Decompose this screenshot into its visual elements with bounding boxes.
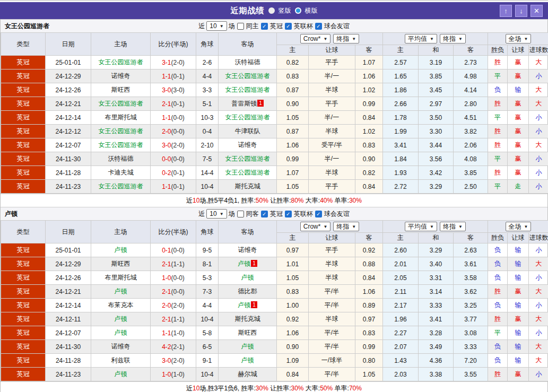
league-efl-cup-label: 英联杯 (294, 22, 313, 31)
score-cell: 0-0(0-0) (151, 152, 196, 166)
average-select[interactable]: 平均值▼ (405, 222, 437, 231)
match-row: 英冠24-12-12女王公园巡游者2-0(0-0)0-4牛津联队0.87半球1.… (1, 125, 548, 138)
avg-final-select[interactable]: 终指▼ (440, 222, 466, 231)
bookmaker-select[interactable]: Crow*▼ (300, 34, 331, 43)
team-label: 女王公园巡游者 (225, 169, 270, 176)
red-card-badge: 1 (251, 260, 257, 267)
team-label: 斯旺西 (238, 329, 257, 336)
date-cell: 24-12-29 (46, 257, 91, 271)
avg-final-select[interactable]: 终指▼ (440, 34, 466, 43)
close-button[interactable]: ✕ (530, 5, 543, 17)
result-outcome-cell: 平 (488, 111, 508, 125)
team-label: 斯托克城 (235, 182, 260, 190)
odds-home-cell: 0.84 (277, 368, 309, 381)
corner-cell: 10-4 (196, 180, 219, 194)
result-goals-cell: 小 (529, 243, 548, 257)
odds-away-cell: 0.83 (355, 138, 383, 152)
league-friendly-checkbox[interactable]: ✓ (315, 211, 322, 217)
recent-count-select[interactable]: 10▼ (206, 21, 227, 31)
league-championship-checkbox[interactable]: ✓ (261, 23, 268, 30)
odds-home-cell: 1.05 (277, 180, 309, 194)
result-outcome-cell: 平 (488, 180, 508, 194)
move-down-button[interactable]: ↓ (515, 5, 527, 17)
avg-away-cell: 7.20 (454, 354, 488, 368)
summary-segment: 大率: (304, 385, 320, 392)
avg-home-cell: 1.86 (383, 83, 419, 97)
team-label: 赫尔城 (238, 370, 257, 378)
odds-handicap-cell: 平/半 (309, 285, 355, 299)
date-cell: 24-11-30 (46, 152, 91, 166)
league-cell: 英冠 (1, 243, 46, 257)
section-control-row: 卢顿 近 10▼ 场 同客 ✓ 英冠 ✓ 英联杯 ✓ 球会友谊 (1, 207, 547, 220)
results-table: 类型 日期 主场 比分(半场) 角球 客场 Crow*▼ 终指▼ 平均值 (1, 32, 548, 194)
odds-away-cell: 0.84 (355, 111, 383, 125)
result-goals-cell: 小 (529, 180, 548, 194)
score-cell: 1-1(0-0) (151, 111, 196, 125)
red-card-badge: 1 (257, 100, 264, 107)
away-cell: 德比郡 (219, 285, 277, 299)
home-cell: 卢顿 (91, 312, 151, 326)
home-cell: 卢顿 (91, 368, 151, 381)
vertical-mode-radio[interactable] (268, 7, 275, 14)
average-select[interactable]: 平均值▼ (405, 34, 437, 43)
away-cell: 普雷斯顿1 (219, 97, 277, 111)
col-header-away: 客场 (219, 221, 277, 243)
scope-select[interactable]: 全场▼ (506, 222, 532, 231)
date-cell: 24-12-11 (46, 312, 91, 326)
odds-away-cell: 0.92 (355, 243, 383, 257)
match-row: 英冠24-12-07女王公园巡游者3-0(2-0)2-10诺维奇1.06受平/半… (1, 138, 548, 152)
move-up-button[interactable]: ↑ (500, 5, 512, 17)
same-home-checkbox[interactable] (237, 23, 244, 30)
result-goals-header: 进球数 (529, 45, 548, 56)
summary-segment: 80% (291, 197, 303, 204)
odds-away-header: 客 (355, 233, 383, 243)
team-label: 沃特福德 (108, 155, 134, 162)
col-header-score: 比分(半场) (151, 33, 196, 56)
same-away-checkbox[interactable] (237, 211, 244, 217)
odds-home-cell: 0.92 (277, 312, 309, 326)
odds-final-select[interactable]: 终指▼ (333, 34, 359, 43)
league-efl-cup-checkbox[interactable]: ✓ (285, 23, 292, 30)
avg-draw-cell: 3.28 (419, 326, 454, 340)
odds-away-cell: 0.97 (355, 312, 383, 326)
avg-home-cell: 2.66 (383, 97, 419, 111)
team-label: 卡迪夫城 (108, 169, 134, 176)
match-row: 英冠24-12-14布莱克本2-0(2-0)4-4卢顿11.00平/半0.892… (1, 299, 548, 312)
scope-select[interactable]: 全场▼ (506, 34, 532, 43)
league-championship-checkbox[interactable]: ✓ (261, 211, 268, 217)
col-header-corner: 角球 (196, 221, 219, 243)
result-outcome-cell: 胜 (488, 285, 508, 299)
vertical-mode-label[interactable]: 竖版 (279, 6, 291, 15)
recent-count-select[interactable]: 10▼ (206, 209, 227, 219)
away-cell: 卢顿1 (219, 299, 277, 312)
odds-home-cell: 0.97 (277, 243, 309, 257)
team-label: 女王公园巡游者 (99, 100, 143, 107)
home-cell: 诺维奇 (91, 340, 151, 354)
odds-final-select[interactable]: 终指▼ (333, 222, 359, 231)
odds-handicap-cell: 平/半 (309, 368, 355, 381)
corner-cell: 5-1 (196, 97, 219, 111)
result-goals-cell: 大 (529, 138, 548, 152)
home-cell: 布里斯托城 (91, 111, 151, 125)
result-handicap-cell: 输 (508, 354, 529, 368)
avg-draw-cell: 3.19 (419, 56, 454, 69)
away-cell: 女王公园巡游者 (219, 69, 277, 83)
result-goals-cell: 小 (529, 166, 548, 180)
bookmaker-select[interactable]: Crow*▼ (300, 222, 331, 231)
league-friendly-checkbox[interactable]: ✓ (315, 23, 322, 30)
league-cell: 英冠 (1, 56, 46, 69)
summary-segment: 让胜率: (268, 197, 291, 204)
league-efl-cup-checkbox[interactable]: ✓ (285, 211, 292, 217)
home-cell: 布里斯托城 (91, 271, 151, 285)
results-table: 类型 日期 主场 比分(半场) 角球 客场 Crow*▼ 终指▼ 平均值 (1, 220, 548, 381)
corner-cell: 10-3 (196, 111, 219, 125)
col-header-type: 类型 (1, 221, 46, 243)
away-cell: 牛津联队 (219, 125, 277, 138)
score-cell: 0-1(0-0) (151, 243, 196, 257)
result-outcome-cell: 负 (488, 354, 508, 368)
content-frame: 女王公园巡游者 近 10▼ 场 同主 ✓ 英冠 ✓ 英联杯 ✓ 球会友谊 (0, 19, 548, 392)
avg-away-cell: 3.85 (454, 166, 488, 180)
horizontal-mode-label[interactable]: 横版 (305, 6, 318, 15)
home-cell: 卢顿 (91, 326, 151, 340)
horizontal-mode-radio[interactable] (295, 7, 301, 14)
